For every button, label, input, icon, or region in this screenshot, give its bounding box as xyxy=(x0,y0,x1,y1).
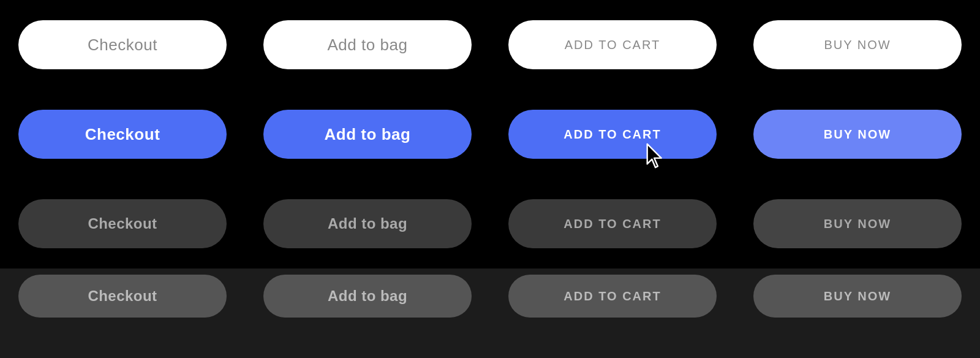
buy-now-button-dark[interactable]: BUY NOW xyxy=(753,199,962,248)
checkout-button-dark[interactable]: Checkout xyxy=(18,199,227,248)
cell-row1-col2: Add to bag xyxy=(245,0,490,90)
checkout-button-darker[interactable]: Checkout xyxy=(18,275,227,318)
cell-row3-col3: ADD TO CART xyxy=(490,179,735,268)
add-to-cart-button-dark[interactable]: ADD TO CART xyxy=(508,199,717,248)
checkout-button-white[interactable]: Checkout xyxy=(18,20,227,69)
cell-row1-col4: BUY NOW xyxy=(735,0,980,90)
buy-now-button-darker[interactable]: BUY NOW xyxy=(753,275,962,318)
buy-now-button-blue[interactable]: BUY NOW xyxy=(753,110,962,159)
checkout-button-blue[interactable]: Checkout xyxy=(18,110,227,159)
cell-row2-col1: Checkout xyxy=(0,90,245,179)
cell-row4-col3: ADD TO CART xyxy=(490,268,735,358)
cell-row3-col1: Checkout xyxy=(0,179,245,268)
add-to-bag-button-blue[interactable]: Add to bag xyxy=(263,110,472,159)
cell-row2-col4: BUY NOW xyxy=(735,90,980,179)
add-to-cart-button-darker[interactable]: ADD TO CART xyxy=(508,275,717,318)
cell-row4-col4: BUY NOW xyxy=(735,268,980,358)
buy-now-button-white[interactable]: BUY NOW xyxy=(753,20,962,69)
cell-row3-col2: Add to bag xyxy=(245,179,490,268)
cell-row3-col4: BUY NOW xyxy=(735,179,980,268)
cell-row4-col2: Add to bag xyxy=(245,268,490,358)
add-to-bag-button-dark[interactable]: Add to bag xyxy=(263,199,472,248)
add-to-cart-button-blue[interactable]: ADD TO CART xyxy=(508,110,717,159)
cell-row2-col2: Add to bag xyxy=(245,90,490,179)
cell-row4-col1: Checkout xyxy=(0,268,245,358)
add-to-cart-button-white[interactable]: ADD TO CART xyxy=(508,20,717,69)
cell-row1-col1: Checkout xyxy=(0,0,245,90)
cell-row2-col3: ADD TO CART xyxy=(490,90,735,179)
add-to-cart-cursor-container: ADD TO CART xyxy=(508,110,717,159)
cell-row1-col3: ADD TO CART xyxy=(490,0,735,90)
add-to-bag-button-darker[interactable]: Add to bag xyxy=(263,275,472,318)
add-to-bag-button-white[interactable]: Add to bag xyxy=(263,20,472,69)
